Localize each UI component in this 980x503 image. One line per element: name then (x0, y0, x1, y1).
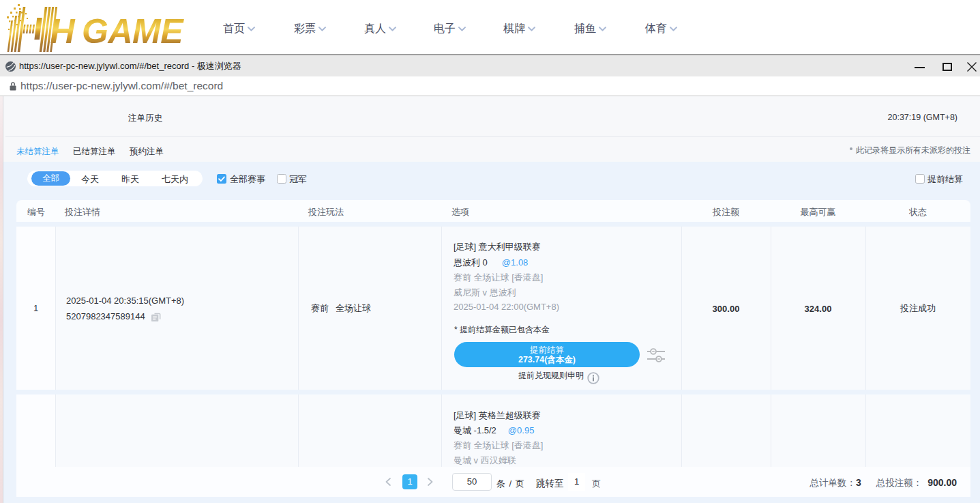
svg-text:H: H (50, 12, 76, 51)
svg-text:GAME: GAME (82, 12, 184, 51)
